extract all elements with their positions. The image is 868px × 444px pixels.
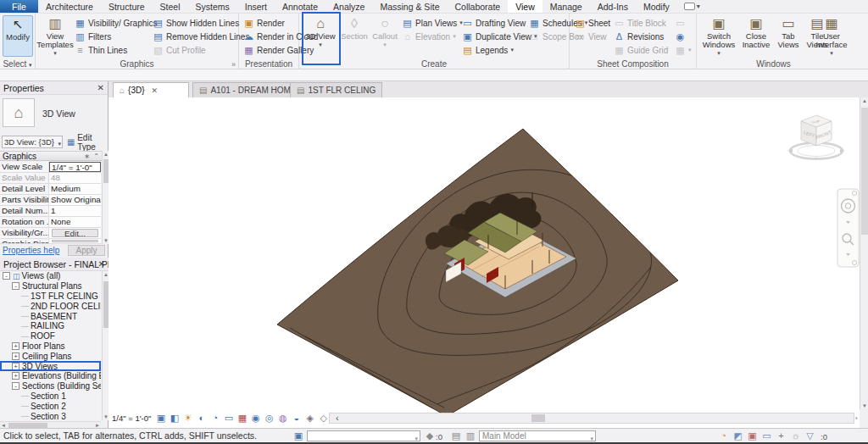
ribbon-tab-view[interactable]: View: [508, 0, 542, 13]
view-tab-2[interactable]: ▤A101 - DREAM HOME: [192, 82, 303, 97]
collapse-icon[interactable]: -: [12, 382, 19, 390]
tab-views-button[interactable]: ▭Tab Views: [775, 15, 802, 58]
ribbon-tab-collaborate[interactable]: Collaborate: [447, 0, 508, 13]
tree-item-ceiling-plans[interactable]: +Ceiling Plans: [0, 351, 101, 361]
panel-label-select[interactable]: Select ▾: [0, 58, 35, 69]
pin-icon[interactable]: ∗: [84, 152, 90, 161]
render-button[interactable]: ▣Render: [243, 16, 285, 30]
property-value[interactable]: Show Original: [49, 195, 101, 205]
tree-item-roof[interactable]: —ROOF: [0, 331, 101, 341]
viewbar-collapse-arrow[interactable]: ‹: [331, 413, 342, 424]
sun-path-icon[interactable]: ☀: [182, 413, 193, 424]
ribbon-tab-systems[interactable]: Systems: [188, 0, 237, 13]
tree-horizontal-scrollbar[interactable]: ◄ ►: [0, 421, 101, 428]
panel-label-windows[interactable]: Windows: [697, 58, 850, 69]
tscroll-thumb[interactable]: [103, 281, 108, 328]
pscroll-up-arrow[interactable]: ▲: [103, 152, 109, 157]
vscroll-down-arrow[interactable]: ▼: [860, 403, 868, 408]
filters-button[interactable]: ▥Filters: [75, 30, 111, 43]
tree-item-railing[interactable]: —RAILING: [0, 321, 101, 331]
tree-item-3d-views[interactable]: +3D Views: [0, 361, 101, 371]
user-interface-button[interactable]: ▦User Interface▾: [815, 15, 848, 58]
apply-button[interactable]: Apply: [68, 245, 105, 256]
property-value[interactable]: 1/4" = 1'-0": [49, 162, 101, 172]
view-scale-button[interactable]: 1/4" = 1'-0": [112, 413, 151, 423]
drag-elements-icon[interactable]: +: [776, 430, 787, 441]
property-value[interactable]: Edit...: [52, 240, 98, 242]
sheet-tool-button-1[interactable]: ▭: [675, 16, 686, 30]
collapse-chevron-icon[interactable]: ⌃: [93, 152, 99, 161]
hscroll-thumb[interactable]: [531, 414, 545, 422]
duplicate-view-button[interactable]: ▣Duplicate View▾: [462, 30, 537, 43]
detail-level-icon[interactable]: ▣: [155, 413, 166, 424]
property-value[interactable]: Medium: [49, 184, 101, 194]
visibility-graphics-button[interactable]: ▦Visibility/ Graphics: [75, 16, 158, 30]
hscroll-right-arrow[interactable]: ›: [855, 414, 858, 422]
ribbon-tab-architecture[interactable]: Architecture: [38, 0, 101, 13]
tree-item-elevations-building-elev-[interactable]: +Elevations (Building Elev.: [0, 371, 101, 381]
reload-latest-icon[interactable]: ▣: [747, 430, 758, 441]
temporary-hide-isolate-icon[interactable]: ◎: [264, 413, 275, 424]
panel-label-create[interactable]: Create: [299, 58, 569, 69]
legends-button[interactable]: ▤Legends▾: [462, 43, 514, 57]
pscroll-down-arrow[interactable]: ▼: [103, 238, 109, 243]
project-browser-close-icon[interactable]: ✕: [98, 258, 105, 271]
callout-button[interactable]: ○ Callout ▾: [370, 15, 400, 58]
collapse-icon[interactable]: -: [3, 272, 10, 280]
property-value[interactable]: Edit...: [52, 229, 98, 237]
sheet-button[interactable]: ▤Sheet: [575, 16, 610, 30]
guide-grid-button[interactable]: ▦Guide Grid: [614, 43, 668, 57]
properties-help-link[interactable]: Properties help: [3, 246, 59, 255]
properties-title-bar[interactable]: Properties ✕: [0, 81, 108, 95]
cut-profile-button[interactable]: ▧Cut Profile: [153, 43, 206, 57]
graphics-section-header[interactable]: Graphics ∗ ⌃: [0, 151, 102, 161]
tree-item-2nd-floor-celing[interactable]: —2ND FLOOR CELING: [0, 301, 101, 311]
graphics-dialog-launcher-icon[interactable]: »: [231, 60, 236, 69]
close-inactive-button[interactable]: ▣Close Inactive: [739, 15, 773, 58]
locked-3d-view-icon[interactable]: ◉: [250, 413, 261, 424]
displacement-sets-icon[interactable]: ◇: [318, 413, 329, 424]
3d-view-button[interactable]: ⌂ 3D View ▾: [305, 15, 336, 58]
vscroll-up-arrow[interactable]: ▲: [860, 98, 868, 103]
revisions-button[interactable]: ΔRevisions: [614, 30, 664, 43]
tree-item-floor-plans[interactable]: +Floor Plans: [0, 341, 101, 352]
horizontal-scrollbar[interactable]: [329, 413, 854, 424]
reveal-hidden-elements-icon[interactable]: ◍: [277, 413, 288, 424]
navigation-bar[interactable]: [837, 189, 859, 267]
tree-item-basement[interactable]: —BASEMENT: [0, 311, 101, 321]
active-workset-dropdown[interactable]: ▾: [307, 430, 420, 441]
ribbon-tab-modify[interactable]: Modify: [636, 0, 677, 13]
design-option-dropdown[interactable]: Main Model▾: [479, 430, 596, 441]
tree-item-sections-building-sectio[interactable]: -Sections (Building Sectio: [0, 381, 101, 391]
crop-region-icon[interactable]: ▦: [236, 413, 248, 424]
tabbed-views-icon[interactable]: ▤: [450, 430, 462, 441]
view-tab-1[interactable]: ⌂{3D}✕: [113, 82, 189, 97]
pscroll-thumb[interactable]: [103, 159, 108, 183]
design-options-icon[interactable]: ▥: [465, 430, 476, 441]
ribbon-tab-annotate[interactable]: Annotate: [275, 0, 326, 13]
editing-requests-icon[interactable]: ◆: [424, 430, 436, 441]
worksets-icon[interactable]: ▣: [292, 430, 304, 441]
ribbon-tab-massing-site[interactable]: Massing & Site: [372, 0, 447, 13]
tree-item-section-1[interactable]: —Section 1: [0, 391, 101, 402]
panel-label-sheet-composition[interactable]: Sheet Composition: [570, 58, 696, 69]
viewcube[interactable]: TOP LEFT FRONT: [787, 115, 845, 160]
property-value[interactable]: 48: [49, 173, 101, 183]
tscroll-up-arrow[interactable]: ▲: [103, 272, 109, 277]
title-block-button[interactable]: ▭Title Block: [614, 16, 666, 30]
view-tab-3[interactable]: ▤1ST FLR CELING: [290, 82, 382, 97]
vscroll-thumb[interactable]: [861, 108, 868, 235]
project-browser-title-bar[interactable]: Project Browser - FINAL PROJE... ✕: [0, 258, 108, 271]
ribbon-tab-insert[interactable]: Insert: [237, 0, 275, 13]
remove-hidden-lines-button[interactable]: ▤Remove Hidden Lines: [153, 30, 249, 43]
shadows-icon[interactable]: ◐: [196, 413, 207, 424]
tree-item-section-3[interactable]: —Section 3: [0, 411, 101, 420]
temporary-view-properties-icon[interactable]: ◒: [291, 413, 302, 424]
ribbon-tab-structure[interactable]: Structure: [101, 0, 153, 13]
vertical-scrollbar[interactable]: ▲ ▼: [860, 97, 868, 409]
property-value[interactable]: None: [49, 217, 101, 227]
visual-style-icon[interactable]: ◧: [169, 413, 180, 424]
tree-item-structural-plans[interactable]: -Structural Plans: [0, 281, 101, 291]
tree-item-views-all-[interactable]: -◫Views (all): [0, 271, 101, 281]
show-hidden-lines-button[interactable]: ▤Show Hidden Lines: [153, 16, 239, 30]
